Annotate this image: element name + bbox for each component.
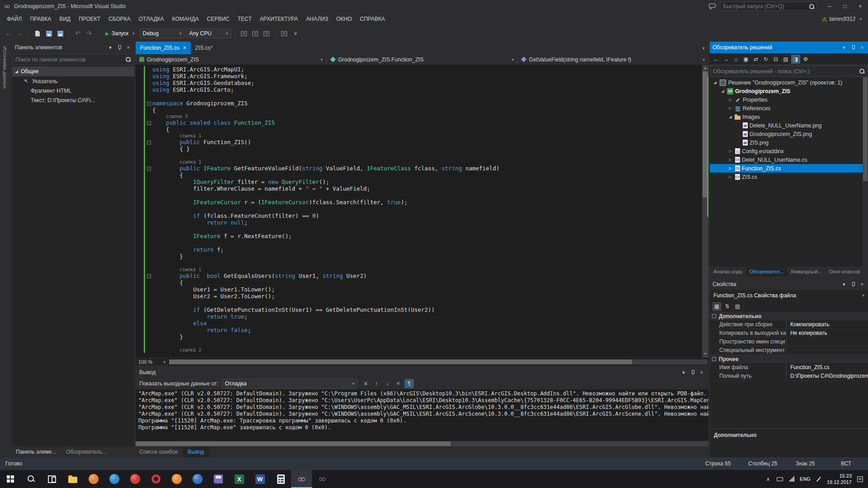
zoom-select[interactable]: 100 % ▾ — [136, 358, 168, 366]
show-all-files-icon[interactable]: ▤ — [781, 55, 790, 64]
tool-window-tab[interactable]: Список ошибок — [134, 446, 183, 457]
opera-icon[interactable] — [146, 470, 166, 488]
close-icon[interactable]: × — [183, 45, 186, 51]
tree-expander-icon[interactable]: ◢ — [728, 115, 733, 119]
tree-item[interactable]: ▷Properties — [710, 95, 863, 104]
menu-item[interactable]: ФАЙЛ — [3, 13, 26, 25]
codelens-link[interactable]: ссылка 1 — [152, 267, 201, 272]
toolbox-item[interactable]: ↖Указатель — [12, 76, 134, 86]
menu-item[interactable]: ПРАВКА — [26, 13, 55, 25]
tree-expander-icon[interactable]: ▷ — [728, 98, 733, 102]
pen-icon[interactable] — [815, 475, 822, 483]
tool-window-tab[interactable]: Панель элеме... — [11, 446, 61, 457]
menu-item[interactable]: СБОРКА — [104, 13, 135, 25]
fold-toggle-icon[interactable]: - — [147, 141, 151, 145]
code-editor[interactable]: using ESRI.ArcGIS.ArcMapUI;using ESRI.Ar… — [136, 65, 708, 357]
output-source-select[interactable]: Отладка ▾ — [222, 379, 358, 389]
previous-message-icon[interactable]: ↑ — [372, 379, 381, 388]
breadcrumb-segment[interactable]: GetValueField(string namefield, IFeature… — [518, 54, 708, 65]
tree-expander-icon[interactable]: ▷ — [728, 166, 733, 170]
app-blue-icon[interactable] — [187, 470, 208, 488]
alphabetical-icon[interactable]: ⇅ — [723, 302, 731, 311]
back-icon[interactable]: ← — [712, 55, 721, 64]
close-icon[interactable]: × — [698, 370, 705, 375]
toolbox-item[interactable]: Фрагмент HTML — [12, 86, 134, 95]
yandex-browser-icon[interactable] — [125, 470, 146, 488]
scroll-track[interactable] — [702, 71, 708, 351]
window-position-icon[interactable]: ▾ — [841, 45, 847, 51]
tree-item[interactable]: ▷Function_ZIS.cs — [710, 164, 863, 173]
collapse-all-icon[interactable]: ⊟ — [771, 55, 780, 64]
toolbar-options-icon[interactable]: ▾ — [291, 28, 301, 38]
window-position-icon[interactable]: ▾ — [680, 370, 687, 375]
property-value[interactable] — [787, 338, 868, 346]
tray-expand-icon[interactable]: ∧ — [764, 475, 772, 483]
panel-tab[interactable]: Обозревател... — [746, 267, 788, 277]
navigate-back-icon[interactable]: ← — [4, 28, 14, 38]
next-message-icon[interactable]: ↓ — [383, 379, 392, 388]
panel-tab[interactable]: Окно классов — [826, 267, 864, 277]
scroll-thumb[interactable] — [136, 441, 451, 446]
solution-configuration-select[interactable]: Debug ▾ — [140, 28, 185, 38]
codelens-link[interactable]: ссылка 1 — [152, 159, 201, 165]
solution-search[interactable] — [710, 66, 868, 77]
tree-scrollbar[interactable] — [863, 77, 868, 267]
firefox-icon[interactable] — [83, 470, 104, 488]
action-center-icon[interactable] — [856, 475, 863, 483]
close-icon[interactable]: × — [859, 45, 865, 50]
property-value[interactable]: Function_ZIS.cs — [787, 363, 868, 371]
codelens-link[interactable]: ссылок 3 — [152, 113, 188, 119]
tree-item[interactable]: ◢Grodnogiprozem_ZIS — [710, 87, 863, 95]
scope-to-this-icon[interactable]: ▣ — [741, 55, 750, 64]
tree-expander-icon[interactable]: ▷ — [728, 175, 733, 179]
tool-window-tab[interactable]: Вывод — [183, 446, 209, 457]
solution-search-input[interactable] — [713, 68, 859, 75]
fold-toggle-icon[interactable]: - — [147, 121, 151, 125]
calculator-icon[interactable] — [270, 470, 291, 488]
editor-horizontal-scrollbar[interactable] — [169, 359, 708, 365]
menu-item[interactable]: ОКНО — [332, 13, 356, 25]
toolbox-group-header[interactable]: ◢Общие — [12, 66, 134, 76]
property-value[interactable]: Компилировать — [787, 320, 868, 328]
find-message-icon[interactable]: ≡ — [361, 379, 370, 388]
search-icon[interactable] — [21, 470, 42, 488]
close-button[interactable]: × — [853, 0, 868, 13]
quick-launch-input[interactable] — [723, 3, 807, 9]
menu-item[interactable]: ОТЛАДКА — [135, 13, 168, 25]
document-list-dropdown-icon[interactable]: ▾ — [698, 46, 708, 51]
property-pages-icon[interactable]: ▤ — [733, 302, 742, 311]
language-indicator[interactable]: ENG — [800, 476, 811, 482]
menu-item[interactable]: ВИД — [55, 13, 75, 25]
uncomment-icon[interactable] — [262, 28, 272, 38]
breadcrumb-segment[interactable]: Grodnogiprozem_ZIS.Function_ZIS▾ — [327, 54, 518, 65]
properties-object-select[interactable]: Function_ZIS.cs Свойства файла ▾ — [710, 290, 868, 301]
minimize-button[interactable]: ─ — [822, 0, 837, 13]
tree-item[interactable]: ◢Решение "Grodnogiprozem_ZIS" (проектов:… — [710, 78, 863, 87]
property-value[interactable]: D:\Проекты C#\Grodnogiprozem — [787, 372, 868, 380]
tree-expander-icon[interactable]: ▷ — [728, 106, 733, 110]
browser-blue-icon[interactable] — [104, 470, 125, 488]
window-position-icon[interactable]: ▾ — [841, 282, 847, 287]
tree-item[interactable]: Grodnogiprozem_ZIS.png — [710, 130, 863, 138]
tree-item[interactable]: ▷Config.esriaddinx — [710, 147, 863, 155]
user-badge[interactable]: ⚠ laines9312 ▾ — [822, 16, 862, 23]
pin-icon[interactable] — [117, 45, 122, 51]
excel-icon[interactable]: X — [229, 470, 250, 488]
property-group-header[interactable]: -Прочее — [710, 355, 868, 363]
comment-icon[interactable] — [250, 28, 260, 38]
tree-expander-icon[interactable]: ▷ — [728, 158, 733, 162]
bookmark-icon[interactable] — [279, 28, 289, 38]
sync-with-active-document-icon[interactable]: ⇄ — [751, 55, 760, 64]
save-icon[interactable] — [44, 28, 54, 38]
refresh-icon[interactable]: ↻ — [761, 55, 770, 64]
menu-item[interactable]: АНАЛИЗ — [302, 13, 332, 25]
toolbox-search-input[interactable] — [15, 56, 125, 63]
property-value[interactable] — [787, 346, 868, 354]
tree-item[interactable]: ▷ZIS.cs — [710, 173, 863, 181]
fold-toggle-icon[interactable]: - — [147, 274, 151, 278]
toolbox-search[interactable] — [13, 54, 134, 65]
panel-tab[interactable]: Анализ кода — [710, 267, 746, 277]
task-view-icon[interactable] — [42, 470, 62, 488]
maximize-button[interactable]: □ — [837, 0, 853, 13]
menu-item[interactable]: ТЕСТ — [234, 13, 256, 25]
